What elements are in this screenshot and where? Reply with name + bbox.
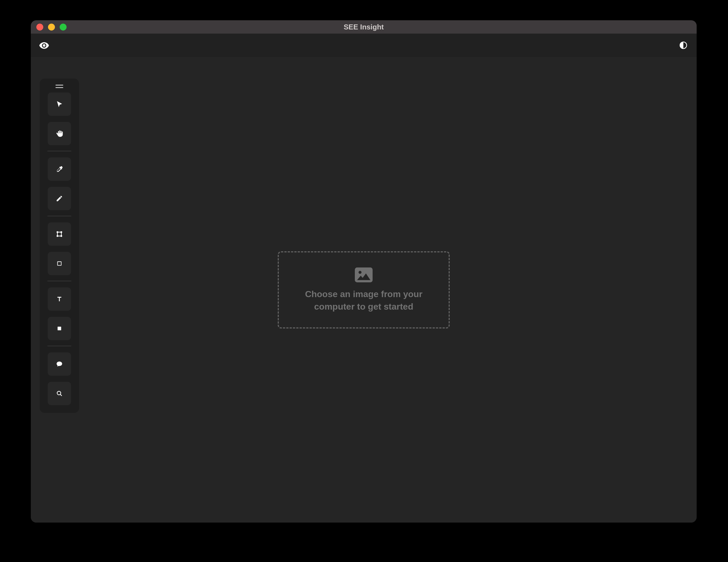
app-window: SEE Insight — [31, 20, 697, 523]
tool-panel — [40, 79, 79, 413]
cursor-icon — [56, 100, 63, 108]
search-icon — [56, 390, 63, 397]
window-title: SEE Insight — [344, 23, 384, 31]
svg-rect-5 — [57, 261, 61, 265]
close-window-button[interactable] — [36, 24, 43, 31]
drag-handle-icon — [55, 87, 63, 88]
drag-handle-icon — [55, 85, 63, 85]
svg-rect-6 — [58, 327, 61, 331]
hand-icon — [55, 130, 63, 137]
panel-drag-handle[interactable] — [55, 85, 63, 88]
titlebar: SEE Insight — [31, 20, 697, 34]
eyedropper-tool[interactable] — [48, 157, 71, 181]
comment-icon — [56, 361, 63, 367]
image-dropzone[interactable]: Choose an image from your computer to ge… — [278, 251, 450, 329]
rectangle-outline-icon — [57, 261, 62, 266]
svg-point-1 — [57, 231, 58, 233]
eye-icon — [39, 40, 49, 51]
select-tool[interactable] — [48, 92, 71, 116]
svg-point-4 — [61, 235, 62, 236]
fullscreen-window-button[interactable] — [60, 24, 67, 31]
text-tool[interactable] — [48, 288, 71, 311]
contrast-icon — [679, 41, 688, 50]
separator — [47, 346, 71, 346]
dropzone-text: Choose an image from your computer to ge… — [303, 288, 425, 313]
eyedropper-icon — [56, 165, 63, 173]
svg-line-8 — [60, 394, 62, 396]
fill-tool[interactable] — [48, 317, 71, 340]
workspace: Choose an image from your computer to ge… — [31, 57, 697, 523]
crop-tool[interactable] — [48, 222, 71, 246]
stop-square-icon — [56, 326, 62, 332]
topbar — [31, 34, 697, 57]
window-controls — [36, 24, 67, 31]
svg-point-3 — [57, 235, 58, 236]
comment-tool[interactable] — [48, 352, 71, 376]
pan-tool[interactable] — [48, 122, 71, 145]
separator — [47, 216, 71, 216]
image-icon — [355, 267, 373, 283]
view-button[interactable] — [39, 40, 50, 51]
zoom-tool[interactable] — [48, 382, 71, 405]
pencil-icon — [56, 195, 63, 202]
separator — [47, 281, 71, 281]
theme-toggle-button[interactable] — [678, 40, 689, 51]
rectangle-tool[interactable] — [48, 252, 71, 275]
separator — [47, 151, 71, 151]
minimize-window-button[interactable] — [48, 24, 55, 31]
pencil-tool[interactable] — [48, 187, 71, 210]
text-icon — [56, 296, 63, 303]
crop-icon — [55, 230, 63, 238]
svg-point-2 — [61, 231, 62, 233]
